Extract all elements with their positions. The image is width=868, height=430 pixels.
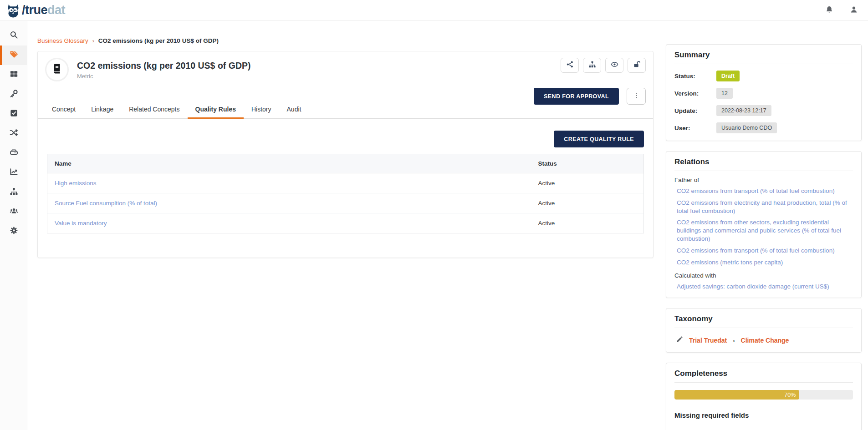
sidebar-item-users[interactable]: [0, 202, 27, 222]
sidebar-item-settings[interactable]: [0, 222, 27, 241]
user-menu-button[interactable]: [849, 5, 859, 15]
more-actions-button[interactable]: [627, 88, 646, 105]
send-for-approval-button[interactable]: SEND FOR APPROVAL: [534, 88, 619, 105]
concept-card: CO2 emissions (kg per 2010 US$ of GDP) M…: [37, 51, 654, 258]
quality-rule-status: Active: [538, 180, 555, 187]
unlock-icon: [633, 61, 641, 70]
tab-quality-rules[interactable]: Quality Rules: [188, 101, 244, 119]
grid-icon: [10, 70, 18, 80]
chart-line-icon: [10, 167, 18, 178]
top-navbar: /truedat: [0, 0, 868, 21]
taxonomy-domain-link[interactable]: Trial Truedat: [689, 337, 727, 344]
relation-link[interactable]: CO2 emissions from transport (% of total…: [674, 247, 853, 255]
chevron-right-icon: ›: [92, 38, 94, 44]
quality-rules-table: Name Status High emissions Active Source…: [47, 154, 644, 233]
concept-avatar: [45, 58, 69, 81]
tab-related-concepts[interactable]: Related Concepts: [121, 101, 187, 119]
shuffle-icon: [10, 128, 18, 139]
sidebar-item-lineage[interactable]: [0, 124, 27, 143]
taxonomy-domain-link[interactable]: Climate Change: [741, 337, 789, 344]
quality-rule-status: Active: [538, 220, 555, 227]
table-row: Value is mandatory Active: [47, 213, 644, 233]
sidebar-item-structures[interactable]: [0, 182, 27, 202]
key-icon: [10, 89, 18, 100]
table-row: Source Fuel consumpltion (% of total) Ac…: [47, 193, 644, 213]
status-badge: Draft: [716, 71, 740, 81]
eye-icon: [611, 61, 618, 70]
sidebar-item-data-sources[interactable]: [0, 143, 27, 163]
relations-title: Relations: [674, 157, 853, 171]
relation-link[interactable]: CO2 emissions (metric tons per capita): [674, 258, 853, 267]
unlock-button[interactable]: [628, 58, 646, 73]
right-column: Summary Status: Draft Version: 12 Update…: [666, 44, 862, 430]
sidebar: [0, 21, 27, 430]
relation-link[interactable]: CO2 emissions from transport (% of total…: [674, 187, 853, 195]
relations-panel: Relations Father of CO2 emissions from t…: [666, 151, 862, 298]
version-badge: 12: [716, 88, 733, 99]
completeness-title: Completeness: [674, 369, 853, 383]
tab-concept[interactable]: Concept: [44, 101, 83, 119]
father-of-label: Father of: [674, 177, 853, 183]
quality-rule-status: Active: [538, 200, 555, 207]
search-icon: [10, 30, 18, 41]
quality-rule-link[interactable]: Value is mandatory: [55, 220, 107, 227]
share-icon: [566, 61, 574, 70]
concept-actions: [561, 58, 646, 73]
completeness-panel: Completeness 70% Missing required fields…: [666, 363, 862, 430]
table-row: High emissions Active: [47, 173, 644, 193]
tags-icon: [10, 50, 18, 61]
status-label: Status:: [674, 73, 716, 80]
sidebar-item-glossary[interactable]: [0, 46, 27, 65]
edit-taxonomy-button[interactable]: [676, 336, 683, 345]
truedat-logo[interactable]: /truedat: [5, 3, 65, 18]
sidebar-item-search[interactable]: [0, 26, 27, 46]
concept-type-label: Metric: [77, 73, 250, 80]
brand-text: /truedat: [22, 4, 65, 16]
column-header-name: Name: [47, 154, 531, 173]
calculated-with-label: Calculated with: [674, 272, 853, 279]
taxonomy-panel: Taxonomy Trial Truedat › Climate Change: [666, 308, 862, 353]
pencil-icon: [676, 336, 683, 345]
taxonomy-title: Taxonomy: [674, 314, 853, 328]
version-label: Version:: [674, 90, 716, 97]
tab-history[interactable]: History: [244, 101, 279, 119]
users-icon: [10, 207, 18, 217]
gear-icon: [10, 226, 18, 237]
sidebar-item-permissions[interactable]: [0, 85, 27, 104]
tab-linkage[interactable]: Linkage: [83, 101, 121, 119]
relation-link[interactable]: CO2 emissions from other sectors, exclud…: [674, 218, 853, 243]
owl-logo-icon: [5, 3, 21, 18]
quality-rule-link[interactable]: High emissions: [55, 180, 97, 187]
breadcrumb: Business Glossary › CO2 emissions (kg pe…: [37, 37, 219, 44]
tab-audit[interactable]: Audit: [279, 101, 309, 119]
sitemap-icon: [588, 61, 596, 70]
sidebar-item-catalog[interactable]: [0, 65, 27, 85]
user-icon: [850, 5, 858, 15]
column-header-status: Status: [531, 154, 644, 173]
check-square-icon: [10, 109, 18, 119]
relation-link[interactable]: CO2 emissions from electricity and heat …: [674, 199, 853, 215]
sitemap-icon: [10, 187, 18, 197]
book-icon: [51, 63, 63, 76]
hierarchy-button[interactable]: [583, 58, 601, 73]
table-header-row: Name Status: [47, 154, 644, 173]
notifications-button[interactable]: [824, 5, 834, 15]
missing-fields-title: Missing required fields: [674, 411, 853, 423]
quality-rule-link[interactable]: Source Fuel consumpltion (% of total): [55, 200, 157, 207]
ellipsis-v-icon: [633, 92, 639, 101]
breadcrumb-current: CO2 emissions (kg per 2010 US$ of GDP): [98, 37, 219, 44]
summary-title: Summary: [674, 51, 853, 64]
watch-button[interactable]: [605, 58, 623, 73]
update-label: Update:: [674, 107, 716, 114]
share-button[interactable]: [561, 58, 579, 73]
completeness-progress-bar: 70%: [674, 390, 853, 400]
chevron-right-icon: ›: [733, 337, 735, 344]
create-quality-rule-button[interactable]: CREATE QUALITY RULE: [554, 131, 644, 147]
sidebar-item-dashboards[interactable]: [0, 163, 27, 182]
breadcrumb-glossary-link[interactable]: Business Glossary: [37, 37, 88, 44]
relation-link[interactable]: Adjusted savings: carbon dioxide damage …: [674, 283, 853, 291]
drive-icon: [10, 148, 18, 158]
bell-icon: [825, 5, 833, 15]
sidebar-item-quality[interactable]: [0, 104, 27, 124]
user-label: User:: [674, 125, 716, 132]
